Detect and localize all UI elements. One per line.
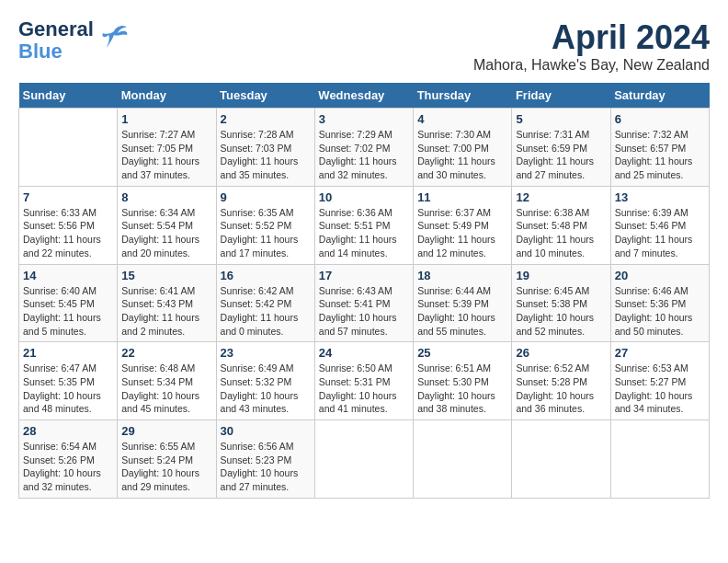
calendar-cell: 1Sunrise: 7:27 AM Sunset: 7:05 PM Daylig… bbox=[118, 109, 216, 187]
calendar-cell: 20Sunrise: 6:46 AM Sunset: 5:36 PM Dayli… bbox=[610, 264, 709, 342]
day-number: 10 bbox=[319, 190, 409, 204]
calendar-cell: 9Sunrise: 6:35 AM Sunset: 5:52 PM Daylig… bbox=[216, 186, 314, 264]
day-number: 13 bbox=[615, 190, 705, 204]
calendar-cell bbox=[19, 109, 118, 187]
day-number: 27 bbox=[615, 346, 705, 360]
calendar-cell: 4Sunrise: 7:30 AM Sunset: 7:00 PM Daylig… bbox=[414, 109, 512, 187]
day-number: 4 bbox=[417, 112, 507, 126]
calendar-cell: 5Sunrise: 7:31 AM Sunset: 6:59 PM Daylig… bbox=[512, 109, 610, 187]
logo-bird-icon bbox=[99, 24, 129, 53]
cell-sun-info: Sunrise: 6:34 AM Sunset: 5:54 PM Dayligh… bbox=[121, 206, 211, 260]
calendar-week-row: 7Sunrise: 6:33 AM Sunset: 5:56 PM Daylig… bbox=[19, 186, 710, 264]
calendar-cell bbox=[314, 420, 413, 499]
day-number: 11 bbox=[417, 190, 507, 204]
day-number: 24 bbox=[319, 346, 409, 360]
page-header: General Blue April 2024 Mahora, Hawke's … bbox=[18, 18, 710, 74]
cell-sun-info: Sunrise: 6:45 AM Sunset: 5:38 PM Dayligh… bbox=[516, 284, 606, 339]
cell-sun-info: Sunrise: 6:40 AM Sunset: 5:45 PM Dayligh… bbox=[23, 284, 113, 339]
day-number: 12 bbox=[516, 190, 606, 204]
calendar-cell: 23Sunrise: 6:49 AM Sunset: 5:32 PM Dayli… bbox=[216, 342, 314, 420]
calendar-week-row: 14Sunrise: 6:40 AM Sunset: 5:45 PM Dayli… bbox=[19, 264, 710, 342]
cell-sun-info: Sunrise: 6:44 AM Sunset: 5:39 PM Dayligh… bbox=[417, 284, 507, 339]
calendar-cell: 11Sunrise: 6:37 AM Sunset: 5:49 PM Dayli… bbox=[414, 186, 512, 264]
weekday-header-wednesday: Wednesday bbox=[314, 83, 413, 109]
calendar-week-row: 1Sunrise: 7:27 AM Sunset: 7:05 PM Daylig… bbox=[19, 109, 710, 187]
day-number: 18 bbox=[417, 269, 507, 282]
day-number: 25 bbox=[417, 346, 507, 360]
cell-sun-info: Sunrise: 7:32 AM Sunset: 6:57 PM Dayligh… bbox=[615, 128, 705, 182]
calendar-cell: 7Sunrise: 6:33 AM Sunset: 5:56 PM Daylig… bbox=[19, 186, 118, 264]
cell-sun-info: Sunrise: 7:31 AM Sunset: 6:59 PM Dayligh… bbox=[516, 128, 606, 182]
title-block: April 2024 Mahora, Hawke's Bay, New Zeal… bbox=[473, 18, 710, 74]
cell-sun-info: Sunrise: 6:35 AM Sunset: 5:52 PM Dayligh… bbox=[221, 206, 311, 260]
calendar-cell: 27Sunrise: 6:53 AM Sunset: 5:27 PM Dayli… bbox=[610, 342, 709, 420]
day-number: 30 bbox=[221, 424, 311, 438]
calendar-cell bbox=[414, 420, 512, 499]
cell-sun-info: Sunrise: 6:56 AM Sunset: 5:23 PM Dayligh… bbox=[221, 440, 311, 494]
cell-sun-info: Sunrise: 6:33 AM Sunset: 5:56 PM Dayligh… bbox=[23, 206, 113, 260]
cell-sun-info: Sunrise: 6:37 AM Sunset: 5:49 PM Dayligh… bbox=[417, 206, 507, 260]
cell-sun-info: Sunrise: 7:28 AM Sunset: 7:03 PM Dayligh… bbox=[221, 128, 311, 182]
day-number: 22 bbox=[121, 346, 211, 360]
cell-sun-info: Sunrise: 6:38 AM Sunset: 5:48 PM Dayligh… bbox=[516, 206, 606, 260]
day-number: 9 bbox=[221, 190, 311, 204]
cell-sun-info: Sunrise: 6:53 AM Sunset: 5:27 PM Dayligh… bbox=[615, 362, 705, 416]
day-number: 20 bbox=[615, 269, 705, 282]
weekday-header-tuesday: Tuesday bbox=[216, 83, 314, 109]
day-number: 21 bbox=[23, 346, 113, 360]
cell-sun-info: Sunrise: 7:30 AM Sunset: 7:00 PM Dayligh… bbox=[417, 128, 507, 182]
cell-sun-info: Sunrise: 7:29 AM Sunset: 7:02 PM Dayligh… bbox=[319, 128, 409, 182]
cell-sun-info: Sunrise: 6:50 AM Sunset: 5:31 PM Dayligh… bbox=[319, 362, 409, 416]
calendar-cell: 30Sunrise: 6:56 AM Sunset: 5:23 PM Dayli… bbox=[216, 420, 314, 499]
calendar-cell: 2Sunrise: 7:28 AM Sunset: 7:03 PM Daylig… bbox=[216, 109, 314, 187]
day-number: 1 bbox=[121, 112, 211, 126]
day-number: 19 bbox=[516, 269, 606, 282]
cell-sun-info: Sunrise: 6:43 AM Sunset: 5:41 PM Dayligh… bbox=[319, 284, 409, 339]
cell-sun-info: Sunrise: 6:47 AM Sunset: 5:35 PM Dayligh… bbox=[23, 362, 113, 416]
cell-sun-info: Sunrise: 6:41 AM Sunset: 5:43 PM Dayligh… bbox=[121, 284, 211, 339]
calendar-cell: 12Sunrise: 6:38 AM Sunset: 5:48 PM Dayli… bbox=[512, 186, 610, 264]
cell-sun-info: Sunrise: 6:48 AM Sunset: 5:34 PM Dayligh… bbox=[121, 362, 211, 416]
day-number: 5 bbox=[516, 112, 606, 126]
logo-blue: Blue bbox=[18, 40, 94, 63]
calendar-cell: 26Sunrise: 6:52 AM Sunset: 5:28 PM Dayli… bbox=[512, 342, 610, 420]
month-title: April 2024 bbox=[473, 18, 710, 57]
calendar-cell: 18Sunrise: 6:44 AM Sunset: 5:39 PM Dayli… bbox=[414, 264, 512, 342]
weekday-header-row: SundayMondayTuesdayWednesdayThursdayFrid… bbox=[19, 83, 710, 109]
cell-sun-info: Sunrise: 6:54 AM Sunset: 5:26 PM Dayligh… bbox=[23, 440, 113, 494]
calendar-cell: 29Sunrise: 6:55 AM Sunset: 5:24 PM Dayli… bbox=[118, 420, 216, 499]
day-number: 23 bbox=[221, 346, 311, 360]
calendar-cell bbox=[512, 420, 610, 499]
calendar-cell: 14Sunrise: 6:40 AM Sunset: 5:45 PM Dayli… bbox=[19, 264, 118, 342]
day-number: 17 bbox=[319, 269, 409, 282]
calendar-cell: 25Sunrise: 6:51 AM Sunset: 5:30 PM Dayli… bbox=[414, 342, 512, 420]
day-number: 29 bbox=[121, 424, 211, 438]
cell-sun-info: Sunrise: 6:36 AM Sunset: 5:51 PM Dayligh… bbox=[319, 206, 409, 260]
weekday-header-friday: Friday bbox=[512, 83, 610, 109]
calendar-cell: 17Sunrise: 6:43 AM Sunset: 5:41 PM Dayli… bbox=[314, 264, 413, 342]
day-number: 6 bbox=[615, 112, 705, 126]
day-number: 15 bbox=[121, 269, 211, 282]
cell-sun-info: Sunrise: 6:52 AM Sunset: 5:28 PM Dayligh… bbox=[516, 362, 606, 416]
calendar-cell: 6Sunrise: 7:32 AM Sunset: 6:57 PM Daylig… bbox=[610, 109, 709, 187]
day-number: 16 bbox=[221, 269, 311, 282]
weekday-header-sunday: Sunday bbox=[19, 83, 118, 109]
calendar-cell: 16Sunrise: 6:42 AM Sunset: 5:42 PM Dayli… bbox=[216, 264, 314, 342]
day-number: 3 bbox=[319, 112, 409, 126]
cell-sun-info: Sunrise: 6:49 AM Sunset: 5:32 PM Dayligh… bbox=[221, 362, 311, 416]
calendar-table: SundayMondayTuesdayWednesdayThursdayFrid… bbox=[18, 83, 710, 499]
calendar-cell: 22Sunrise: 6:48 AM Sunset: 5:34 PM Dayli… bbox=[118, 342, 216, 420]
cell-sun-info: Sunrise: 6:42 AM Sunset: 5:42 PM Dayligh… bbox=[221, 284, 311, 339]
weekday-header-thursday: Thursday bbox=[414, 83, 512, 109]
calendar-week-row: 21Sunrise: 6:47 AM Sunset: 5:35 PM Dayli… bbox=[19, 342, 710, 420]
day-number: 28 bbox=[23, 424, 113, 438]
cell-sun-info: Sunrise: 7:27 AM Sunset: 7:05 PM Dayligh… bbox=[121, 128, 211, 182]
location-subtitle: Mahora, Hawke's Bay, New Zealand bbox=[473, 57, 710, 74]
day-number: 14 bbox=[23, 269, 113, 282]
calendar-cell: 21Sunrise: 6:47 AM Sunset: 5:35 PM Dayli… bbox=[19, 342, 118, 420]
calendar-week-row: 28Sunrise: 6:54 AM Sunset: 5:26 PM Dayli… bbox=[19, 420, 710, 499]
calendar-cell: 28Sunrise: 6:54 AM Sunset: 5:26 PM Dayli… bbox=[19, 420, 118, 499]
cell-sun-info: Sunrise: 6:55 AM Sunset: 5:24 PM Dayligh… bbox=[121, 440, 211, 494]
calendar-cell: 10Sunrise: 6:36 AM Sunset: 5:51 PM Dayli… bbox=[314, 186, 413, 264]
weekday-header-saturday: Saturday bbox=[610, 83, 709, 109]
